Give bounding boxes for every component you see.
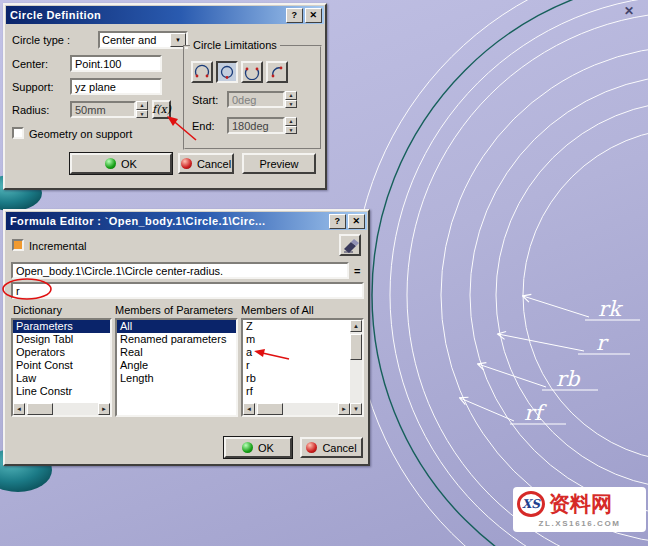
viewport-close-icon[interactable]: ✕ — [624, 4, 634, 18]
list-item[interactable]: Real — [117, 346, 236, 359]
watermark-site-name: 资料网 — [549, 490, 612, 518]
scroll-left-icon[interactable]: ◄ — [243, 403, 255, 415]
geometry-on-support-label: Geometry on support — [29, 128, 132, 140]
list-item[interactable]: rb — [243, 372, 350, 385]
list-item[interactable]: Parameters — [13, 320, 110, 333]
limitation-trimmed-arc-button[interactable] — [241, 61, 263, 83]
members-of-parameters-list[interactable]: AllRenamed parametersRealAngleLength — [115, 318, 238, 417]
list-item[interactable]: Length — [117, 372, 236, 385]
close-button[interactable]: ✕ — [305, 8, 322, 23]
preview-button[interactable]: Preview — [242, 153, 316, 174]
horizontal-scrollbar[interactable]: ◄ ► — [13, 403, 110, 415]
gear-pitch-circle[interactable] — [372, 0, 648, 546]
equals-sign: = — [354, 265, 360, 277]
spin-up-icon[interactable]: ▲ — [136, 101, 148, 110]
radius-field[interactable]: 50mm — [70, 101, 136, 118]
scroll-left-icon[interactable]: ◄ — [13, 403, 25, 415]
scroll-thumb[interactable] — [27, 403, 53, 415]
scroll-right-icon[interactable]: ► — [98, 403, 110, 415]
spin-up-icon[interactable]: ▲ — [285, 91, 297, 100]
incremental-checkbox[interactable] — [12, 239, 24, 251]
help-button[interactable]: ? — [329, 214, 346, 229]
support-field[interactable]: yz plane — [70, 78, 162, 95]
circle-type-value: Center and — [100, 33, 170, 47]
ok-button[interactable]: OK — [224, 437, 292, 458]
geometry-on-support-checkbox[interactable] — [12, 127, 24, 139]
circle-type-combo[interactable]: Center and ▼ — [98, 31, 188, 49]
scroll-track[interactable] — [25, 403, 98, 415]
spin-down-icon[interactable]: ▼ — [136, 110, 148, 119]
list-item[interactable]: Design Tabl — [13, 333, 110, 346]
list-item[interactable]: Renamed parameters — [117, 333, 236, 346]
center-field[interactable]: Point.100 — [70, 55, 162, 72]
complementary-arc-icon — [269, 64, 285, 80]
formula-expression-field[interactable]: Open_body.1\Circle.1\Circle center-radiu… — [11, 262, 349, 279]
cancel-button[interactable]: Cancel — [300, 437, 363, 458]
circle-limitations-legend: Circle Limitations — [190, 39, 280, 51]
members-of-all-list[interactable]: Zmarrbrf ▲ ▼ ◄ ► — [241, 318, 364, 417]
dialog-title: Formula Editor : `Open_body.1\Circle.1\C… — [10, 215, 327, 227]
gear-circle-r[interactable] — [496, 101, 648, 489]
gear-circle-outer[interactable] — [353, 0, 648, 546]
scroll-up-icon[interactable]: ▲ — [350, 320, 362, 332]
members-of-all-label: Members of All — [241, 304, 314, 316]
ok-button[interactable]: OK — [70, 153, 172, 174]
center-label: Center: — [12, 58, 48, 70]
gear-label-rk: rk — [598, 297, 623, 321]
spin-down-icon[interactable]: ▼ — [285, 100, 297, 109]
list-item[interactable]: Operators — [13, 346, 110, 359]
list-item[interactable]: Point Const — [13, 359, 110, 372]
ok-label: OK — [121, 158, 137, 170]
radius-label: Radius: — [12, 104, 49, 116]
start-spinner[interactable]: ▲ ▼ — [285, 91, 297, 108]
circle-dialog-titlebar[interactable]: Circle Definition ? ✕ — [6, 6, 324, 24]
list-item[interactable]: Z — [243, 320, 350, 333]
list-item[interactable]: Angle — [117, 359, 236, 372]
scroll-down-icon[interactable]: ▼ — [350, 403, 362, 415]
limitation-part-arc-button[interactable] — [191, 61, 213, 83]
list-item[interactable]: Law — [13, 372, 110, 385]
limitation-complementary-arc-button[interactable] — [266, 61, 288, 83]
cancel-button[interactable]: Cancel — [178, 153, 234, 174]
gear-label-rf: rf — [524, 401, 547, 425]
spin-down-icon[interactable]: ▼ — [285, 126, 297, 135]
members-of-parameters-label: Members of Parameters — [115, 304, 233, 316]
spin-up-icon[interactable]: ▲ — [285, 117, 297, 126]
formula-dialog-titlebar[interactable]: Formula Editor : `Open_body.1\Circle.1\C… — [6, 212, 367, 230]
start-field[interactable]: 0deg — [227, 91, 285, 108]
watermark-site-url: ZL.XS1616.COM — [517, 519, 642, 528]
circle-definition-dialog: Circle Definition ? ✕ Circle type : Cent… — [3, 3, 327, 190]
trimmed-arc-icon — [244, 64, 260, 80]
formula-fx-button[interactable]: f(x) — [152, 100, 171, 119]
vertical-scrollbar[interactable]: ▲ ▼ — [350, 320, 362, 415]
list-item[interactable]: a — [243, 346, 350, 359]
radius-spinner[interactable]: ▲ ▼ — [136, 101, 148, 118]
logo-text: XS — [522, 497, 540, 511]
scroll-track[interactable] — [255, 403, 338, 415]
horizontal-scrollbar[interactable]: ◄ ► — [243, 403, 350, 415]
end-label: End: — [192, 120, 215, 132]
list-item[interactable]: rf — [243, 385, 350, 398]
end-spinner[interactable]: ▲ ▼ — [285, 117, 297, 134]
catia-viewport[interactable]: rk r rb rf ✕ Circle Definition ? ✕ Circl… — [0, 0, 648, 546]
scroll-thumb[interactable] — [257, 403, 283, 415]
erase-button[interactable] — [339, 234, 361, 256]
whole-circle-icon — [219, 64, 235, 80]
eraser-icon — [341, 236, 359, 254]
close-button[interactable]: ✕ — [348, 214, 365, 229]
formula-value-field[interactable]: r — [11, 282, 364, 299]
list-item[interactable]: All — [117, 320, 236, 333]
dictionary-list[interactable]: ParametersDesign TablOperatorsPoint Cons… — [11, 318, 112, 417]
gear-circle-rf[interactable] — [441, 46, 648, 544]
scroll-right-icon[interactable]: ► — [338, 403, 350, 415]
list-item[interactable]: r — [243, 359, 350, 372]
gear-circle-rb[interactable] — [470, 75, 648, 515]
limitation-whole-circle-button[interactable] — [216, 61, 238, 83]
help-button[interactable]: ? — [286, 8, 303, 23]
list-item[interactable]: m — [243, 333, 350, 346]
scroll-thumb[interactable] — [350, 334, 362, 360]
end-field[interactable]: 180deg — [227, 117, 285, 134]
list-item[interactable]: Line Constr — [13, 385, 110, 398]
leader-line-r — [498, 334, 584, 351]
scroll-track[interactable] — [350, 332, 362, 403]
